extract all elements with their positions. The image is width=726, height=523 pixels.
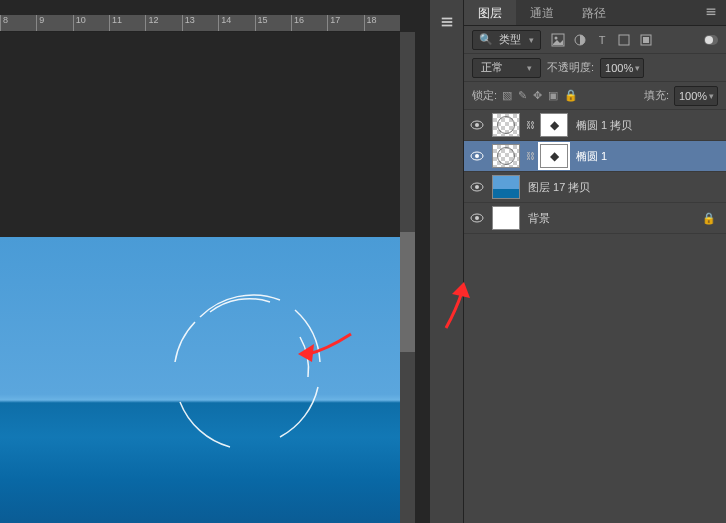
scrollbar-thumb[interactable]: [400, 232, 415, 352]
vertical-scrollbar[interactable]: [400, 32, 415, 523]
ruler-tick: 15: [255, 15, 291, 31]
ellipse-shape: [160, 282, 340, 462]
document-dark-area[interactable]: [0, 32, 400, 237]
ruler-tick: 8: [0, 15, 36, 31]
lock-icon: 🔒: [702, 212, 716, 225]
ruler-tick: 18: [364, 15, 400, 31]
filter-smart-icon[interactable]: [639, 33, 653, 47]
ruler-tick: 12: [145, 15, 181, 31]
blend-mode-select[interactable]: 正常 ▾: [472, 58, 541, 78]
mask-thumbnail[interactable]: ◆: [540, 144, 568, 168]
layer-name[interactable]: 背景: [528, 211, 550, 226]
panel-tabs: 图层 通道 路径: [464, 0, 726, 26]
document-image[interactable]: [0, 237, 400, 523]
svg-rect-1: [442, 21, 453, 23]
svg-point-19: [475, 216, 479, 220]
tab-layers[interactable]: 图层: [464, 0, 516, 25]
layer-thumbnail[interactable]: [492, 144, 520, 168]
eye-icon: [470, 182, 484, 192]
link-icon: ⛓: [526, 120, 534, 130]
fill-label: 填充:: [644, 88, 669, 103]
lock-transparency-icon[interactable]: ▧: [502, 89, 512, 102]
blend-mode-label: 正常: [481, 60, 503, 75]
layer-name[interactable]: 椭圆 1: [576, 149, 607, 164]
svg-rect-2: [442, 25, 453, 27]
ruler-tick: 14: [218, 15, 254, 31]
menu-icon: [704, 5, 718, 19]
visibility-toggle[interactable]: [468, 151, 486, 161]
svg-point-13: [475, 123, 479, 127]
svg-point-17: [475, 185, 479, 189]
filter-shape-icon[interactable]: [617, 33, 631, 47]
layers-panel: 图层 通道 路径 🔍 类型 ▾ T 正常: [464, 0, 726, 523]
visibility-toggle[interactable]: [468, 120, 486, 130]
filter-adjustment-icon[interactable]: [573, 33, 587, 47]
search-icon: 🔍: [479, 33, 493, 46]
svg-point-7: [555, 36, 558, 39]
lock-label: 锁定:: [472, 88, 497, 103]
opacity-input[interactable]: 100% ▾: [600, 58, 644, 78]
eye-icon: [470, 151, 484, 161]
layer-name[interactable]: 图层 17 拷贝: [528, 180, 590, 195]
ruler-tick: 17: [327, 15, 363, 31]
ruler-tick: 13: [182, 15, 218, 31]
panel-collapse-bar: [430, 0, 464, 523]
svg-rect-0: [442, 18, 453, 20]
svg-rect-11: [643, 37, 649, 43]
svg-rect-5: [707, 14, 716, 15]
filter-pixel-icon[interactable]: [551, 33, 565, 47]
opacity-label: 不透明度:: [547, 60, 594, 75]
canvas-area: 8 9 10 11 12 13 14 15 16 17 18: [0, 0, 430, 523]
layer-thumbnail[interactable]: [492, 113, 520, 137]
layer-row[interactable]: 图层 17 拷贝: [464, 172, 726, 203]
lock-artboard-icon[interactable]: ▣: [548, 89, 558, 102]
tab-paths[interactable]: 路径: [568, 0, 620, 25]
svg-rect-4: [707, 11, 716, 12]
kind-filter-select[interactable]: 🔍 类型 ▾: [472, 30, 541, 50]
visibility-toggle[interactable]: [468, 213, 486, 223]
ruler-tick: 9: [36, 15, 72, 31]
svg-rect-3: [707, 9, 716, 10]
layer-row[interactable]: ⛓ ◆ 椭圆 1: [464, 141, 726, 172]
lock-pixels-icon[interactable]: ✎: [518, 89, 527, 102]
panel-icon: [440, 15, 454, 29]
layer-thumbnail[interactable]: [492, 175, 520, 199]
ruler-tick: 10: [73, 15, 109, 31]
layer-name[interactable]: 椭圆 1 拷贝: [576, 118, 632, 133]
fill-input[interactable]: 100% ▾: [674, 86, 718, 106]
filter-toggle[interactable]: [704, 35, 718, 45]
layer-row[interactable]: 背景 🔒: [464, 203, 726, 234]
panel-collapse-button[interactable]: [433, 8, 461, 36]
chevron-down-icon: ▾: [529, 35, 534, 45]
fill-value: 100%: [679, 90, 707, 102]
eye-icon: [470, 213, 484, 223]
layers-list: ⛓ ◆ 椭圆 1 拷贝 ⛓ ◆ 椭圆 1 图层 17 拷贝 背景 🔒: [464, 110, 726, 234]
opacity-value: 100%: [605, 62, 633, 74]
ruler-tick: 16: [291, 15, 327, 31]
lock-position-icon[interactable]: ✥: [533, 89, 542, 102]
panel-area: 图层 通道 路径 🔍 类型 ▾ T 正常: [430, 0, 726, 523]
link-icon: ⛓: [526, 151, 534, 161]
svg-point-15: [475, 154, 479, 158]
eye-icon: [470, 120, 484, 130]
filter-type-icon[interactable]: T: [595, 33, 609, 47]
filter-label: 类型: [499, 32, 521, 47]
ruler-tick: 11: [109, 15, 145, 31]
chevron-down-icon: ▾: [709, 91, 714, 101]
layer-row[interactable]: ⛓ ◆ 椭圆 1 拷贝: [464, 110, 726, 141]
chevron-down-icon: ▾: [635, 63, 640, 73]
panel-menu-button[interactable]: [696, 0, 726, 25]
visibility-toggle[interactable]: [468, 182, 486, 192]
tab-channels[interactable]: 通道: [516, 0, 568, 25]
filter-row: 🔍 类型 ▾ T: [464, 26, 726, 54]
ruler-horizontal: 8 9 10 11 12 13 14 15 16 17 18: [0, 15, 400, 32]
layer-thumbnail[interactable]: [492, 206, 520, 230]
svg-rect-9: [619, 35, 629, 45]
lock-all-icon[interactable]: 🔒: [564, 89, 578, 102]
mask-thumbnail[interactable]: ◆: [540, 113, 568, 137]
annotation-arrow-icon: [296, 332, 356, 372]
lock-row: 锁定: ▧ ✎ ✥ ▣ 🔒 填充: 100% ▾: [464, 82, 726, 110]
blend-row: 正常 ▾ 不透明度: 100% ▾: [464, 54, 726, 82]
chevron-down-icon: ▾: [527, 63, 532, 73]
